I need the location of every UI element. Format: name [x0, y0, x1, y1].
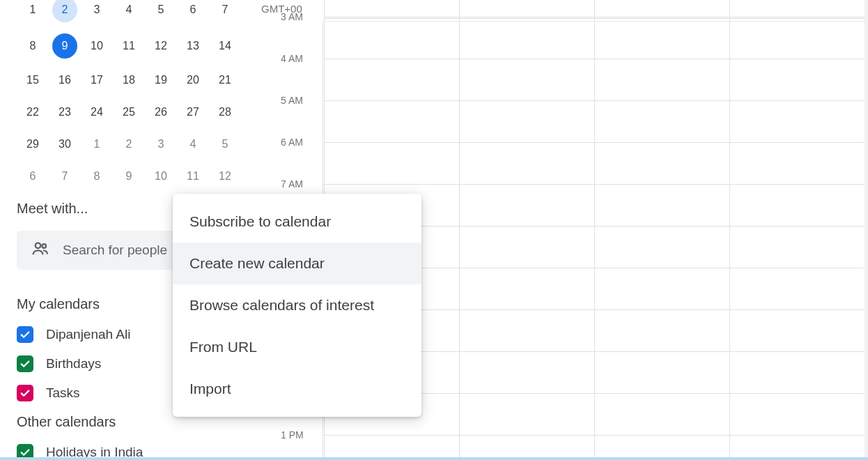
hour-label: 6 AM [281, 137, 303, 148]
mini-calendar-day[interactable]: 20 [179, 70, 207, 91]
mini-calendar-day[interactable]: 24 [83, 102, 111, 123]
mini-calendar-day[interactable]: 5 [147, 0, 175, 20]
mini-calendar-day[interactable]: 6 [179, 0, 207, 20]
calendar-name: Tasks [46, 385, 80, 401]
calendar-name: Dipanjenah Ali [46, 327, 130, 342]
mini-calendar-day[interactable]: 3 [83, 0, 111, 20]
mini-calendar-day[interactable]: 1 [19, 0, 47, 20]
mini-calendar-day[interactable]: 14 [211, 36, 239, 56]
mini-calendar-day[interactable]: 7 [211, 0, 239, 20]
mini-calendar-day[interactable]: 4 [115, 0, 143, 20]
mini-calendar-day[interactable]: 8 [19, 36, 47, 56]
calendar-name: Birthdays [46, 356, 101, 371]
calendar-checkbox[interactable] [17, 385, 33, 401]
mini-calendar-day[interactable]: 28 [211, 102, 239, 123]
mini-calendar-day[interactable]: 10 [83, 36, 111, 56]
add-calendar-menu: Subscribe to calendarCreate new calendar… [173, 194, 421, 417]
bottom-stripe [0, 457, 868, 460]
mini-calendar-day[interactable]: 12 [211, 166, 239, 187]
menu-item[interactable]: Import [173, 368, 421, 410]
hour-label: 5 AM [281, 95, 303, 106]
mini-calendar-day[interactable]: 29 [19, 134, 47, 155]
mini-calendar-day[interactable]: 8 [83, 166, 111, 187]
mini-calendar-day[interactable]: 4 [179, 134, 207, 155]
menu-item[interactable]: From URL [173, 326, 421, 368]
mini-calendar-day[interactable]: 2 [52, 0, 77, 22]
calendar-checkbox[interactable] [17, 326, 33, 343]
mini-calendar-day[interactable]: 21 [211, 70, 239, 91]
mini-calendar-day[interactable]: 30 [51, 134, 79, 155]
mini-calendar-day[interactable]: 5 [211, 134, 239, 155]
mini-calendar-day[interactable]: 13 [179, 36, 207, 56]
mini-calendar-day[interactable]: 11 [179, 166, 207, 187]
mini-calendar-day[interactable]: 25 [115, 102, 143, 123]
mini-calendar: 1234567891011121314151617181920212223242… [17, 0, 233, 187]
calendar-checkbox[interactable] [17, 355, 33, 372]
mini-calendar-day[interactable]: 6 [19, 166, 47, 187]
mini-calendar-day[interactable]: 11 [115, 36, 143, 56]
search-people-placeholder: Search for people [63, 243, 167, 258]
svg-point-0 [36, 243, 40, 248]
people-icon [31, 239, 50, 261]
grid-column [594, 0, 595, 460]
grid-column [729, 0, 730, 460]
hour-label: 4 AM [281, 53, 303, 64]
mini-calendar-day[interactable]: 3 [147, 134, 175, 155]
hour-label: 1 PM [281, 429, 304, 440]
hour-label: 3 AM [281, 11, 303, 22]
mini-calendar-day[interactable]: 17 [83, 70, 111, 91]
mini-calendar-day[interactable]: 26 [147, 102, 175, 123]
mini-calendar-day[interactable]: 23 [51, 102, 79, 123]
svg-point-1 [42, 244, 46, 248]
mini-calendar-day[interactable]: 12 [147, 36, 175, 56]
mini-calendar-day[interactable]: 15 [19, 70, 47, 91]
mini-calendar-day[interactable]: 9 [52, 33, 77, 59]
menu-item[interactable]: Subscribe to calendar [173, 201, 421, 243]
mini-calendar-day[interactable]: 7 [51, 166, 79, 187]
mini-calendar-day[interactable]: 1 [83, 134, 111, 155]
mini-calendar-day[interactable]: 9 [115, 166, 143, 187]
mini-calendar-day[interactable]: 10 [147, 166, 175, 187]
mini-calendar-day[interactable]: 18 [115, 70, 143, 91]
grid-column [459, 0, 460, 460]
scrollbar[interactable] [865, 0, 868, 457]
mini-calendar-day[interactable]: 22 [19, 102, 47, 123]
mini-calendar-day[interactable]: 19 [147, 70, 175, 91]
menu-item[interactable]: Create new calendar [173, 243, 421, 284]
menu-item[interactable]: Browse calendars of interest [173, 284, 421, 326]
mini-calendar-day[interactable]: 27 [179, 102, 207, 123]
mini-calendar-day[interactable]: 16 [51, 70, 79, 91]
mini-calendar-day[interactable]: 2 [115, 134, 143, 155]
hour-label: 7 AM [281, 178, 303, 190]
